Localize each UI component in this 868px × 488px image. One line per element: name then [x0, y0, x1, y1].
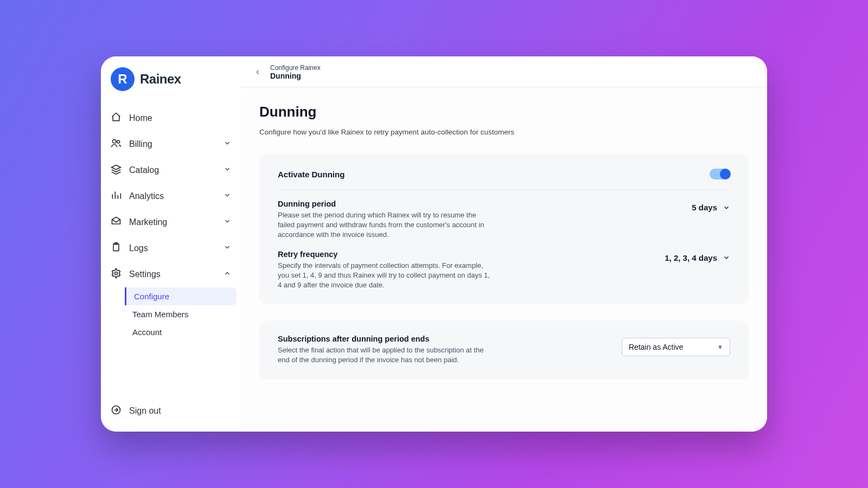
settings-subnav: Configure Team Members Account [105, 287, 237, 341]
retry-frequency-dropdown[interactable]: 1, 2, 3, 4 days [665, 253, 730, 262]
envelope-icon [111, 216, 122, 229]
chevron-down-icon [224, 243, 231, 253]
breadcrumb-parent: Configure Rainex [270, 64, 321, 72]
chevron-left-icon [254, 68, 261, 76]
sidebar-subitem-team-members[interactable]: Team Members [125, 305, 237, 323]
sidebar-item-home[interactable]: Home [105, 105, 237, 131]
layers-icon [111, 164, 122, 177]
sidebar-item-analytics[interactable]: Analytics [105, 183, 237, 209]
chevron-down-icon [224, 217, 231, 227]
activate-row: Activate Dunning [278, 169, 730, 190]
sidebar-subitem-configure[interactable]: Configure [125, 287, 237, 305]
brand-row: R Rainex [101, 67, 241, 101]
chevron-up-icon [224, 269, 231, 279]
page-title: Dunning [259, 104, 749, 120]
chevron-down-icon [224, 139, 231, 149]
bars-icon [111, 190, 122, 203]
post-dunning-select-value: Retain as Active [629, 343, 683, 351]
activate-dunning-toggle[interactable] [710, 169, 730, 179]
svg-point-4 [115, 272, 118, 275]
svg-point-0 [112, 139, 116, 143]
chevron-down-icon [723, 204, 730, 211]
breadcrumb: Configure Rainex Dunning [270, 64, 321, 80]
chevron-down-icon [723, 254, 730, 261]
page-subtitle: Configure how you'd like Rainex to retry… [259, 128, 749, 136]
clipboard-icon [111, 242, 122, 255]
post-dunning-select[interactable]: Retain as Active ▼ [622, 338, 730, 356]
post-dunning-card: Subscriptions after dunning period ends … [259, 320, 749, 379]
dunning-period-row: Dunning period Please set the period dur… [278, 190, 730, 240]
sidebar-subitem-label: Team Members [132, 310, 188, 319]
app-window: R Rainex Home Billing [101, 56, 767, 432]
sidebar-item-label: Settings [129, 269, 161, 279]
sidebar-subitem-account[interactable]: Account [125, 323, 237, 341]
retry-frequency-row: Retry frequency Specify the intervals of… [278, 240, 730, 291]
users-icon [111, 138, 122, 151]
toggle-knob [720, 169, 731, 179]
sidebar-item-catalog[interactable]: Catalog [105, 157, 237, 183]
sidebar: R Rainex Home Billing [101, 56, 241, 432]
breadcrumb-current: Dunning [270, 72, 321, 80]
retry-frequency-title: Retry frequency [278, 250, 495, 259]
dunning-period-title: Dunning period [278, 200, 495, 208]
main: Configure Rainex Dunning Dunning Configu… [241, 56, 767, 432]
brand-logo-icon: R [111, 67, 135, 91]
dunning-period-dropdown[interactable]: 5 days [692, 203, 730, 212]
sidebar-item-marketing[interactable]: Marketing [105, 209, 237, 235]
chevron-down-icon [224, 191, 231, 201]
signout-icon [111, 404, 122, 418]
sidebar-item-label: Catalog [129, 165, 159, 175]
post-dunning-title: Subscriptions after dunning period ends [278, 335, 495, 343]
sidebar-subitem-label: Account [132, 328, 162, 337]
activate-dunning-label: Activate Dunning [278, 170, 344, 179]
sidebar-item-label: Home [129, 113, 152, 123]
gear-icon [111, 268, 122, 281]
home-icon [111, 112, 122, 125]
sidebar-item-label: Marketing [129, 217, 167, 227]
retry-frequency-desc: Specify the intervals of payment collect… [278, 261, 495, 291]
topbar: Configure Rainex Dunning [241, 56, 767, 87]
signout-button[interactable]: Sign out [101, 398, 241, 424]
nav: Home Billing Catalog [101, 101, 241, 398]
content: Dunning Configure how you'd like Rainex … [241, 87, 767, 432]
caret-down-icon: ▼ [717, 344, 723, 350]
sidebar-item-logs[interactable]: Logs [105, 235, 237, 261]
dunning-card: Activate Dunning Dunning period Please s… [259, 155, 749, 304]
brand-name: Rainex [140, 72, 181, 87]
sidebar-item-label: Logs [129, 243, 148, 253]
sidebar-item-label: Analytics [129, 191, 164, 201]
dunning-period-value: 5 days [692, 203, 717, 212]
dunning-period-desc: Please set the period during which Raine… [278, 210, 495, 240]
sidebar-subitem-label: Configure [134, 292, 169, 301]
retry-frequency-value: 1, 2, 3, 4 days [665, 253, 717, 262]
sidebar-item-billing[interactable]: Billing [105, 131, 237, 157]
signout-label: Sign out [129, 406, 161, 416]
svg-point-1 [117, 140, 120, 143]
sidebar-item-settings[interactable]: Settings [105, 261, 237, 287]
post-dunning-row: Subscriptions after dunning period ends … [278, 335, 730, 365]
back-button[interactable] [252, 66, 264, 78]
post-dunning-desc: Select the final action that will be app… [278, 345, 495, 365]
sidebar-item-label: Billing [129, 139, 152, 149]
chevron-down-icon [224, 165, 231, 175]
